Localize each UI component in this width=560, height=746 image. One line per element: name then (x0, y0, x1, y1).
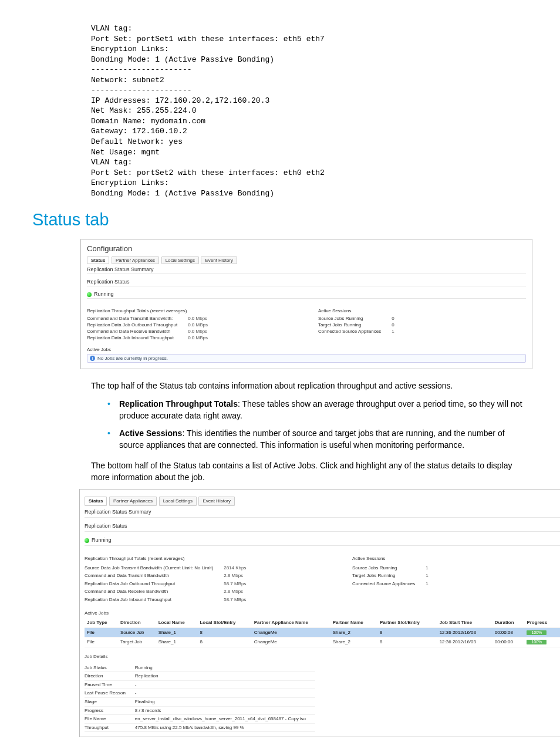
active-sessions-label: Active Sessions (318, 308, 526, 313)
tab-event-history[interactable]: Event History (201, 256, 237, 264)
active-jobs-label: Active Jobs (87, 347, 526, 352)
info-icon: i (90, 356, 95, 361)
heading-status-tab: Status tab (32, 210, 528, 229)
progress-bar: 100% (527, 630, 546, 635)
active-jobs-table: Job TypeDirection Local NameLocal Slot/E… (85, 618, 560, 647)
job-details-label: Job Details (85, 653, 560, 660)
running-icon-2 (85, 538, 89, 543)
tab-event-history-2[interactable]: Event History (198, 497, 235, 506)
tab-bar: Status Partner Appliances Local Settings… (87, 256, 526, 264)
active-jobs-label-2: Active Jobs (85, 610, 560, 617)
para-bottom-half: The bottom half of the Status tab contai… (91, 460, 528, 484)
replication-status-summary: Replication Status Summary (87, 265, 526, 274)
no-jobs-info: iNo Jobs are currently in progress. (87, 354, 526, 363)
code-block: VLAN tag: Port Set: portSet1 with these … (91, 23, 528, 198)
throughput-table-2: Source Data Job Transmit Bandwidth (Curr… (85, 564, 249, 604)
config-title: Configuration (87, 244, 526, 253)
screenshot-active-jobs: Status Partner Appliances Local Settings… (79, 489, 560, 737)
bullet-throughput: Replication Throughput Totals: These tab… (107, 398, 528, 422)
tab-bar-2: Status Partner Appliances Local Settings… (85, 497, 560, 506)
status-running: Running (87, 290, 526, 299)
bullet-active-sessions: Active Sessions: This identifies the num… (107, 427, 528, 451)
active-sessions-table: Source Jobs Running0 Target Jobs Running… (318, 315, 398, 335)
throughput-totals-label: Replication Throughput Totals (recent av… (87, 308, 295, 313)
running-icon (87, 292, 92, 297)
replication-status-label-2: Replication Status (85, 521, 560, 532)
replication-status-summary-2: Replication Status Summary (85, 507, 560, 518)
tab-local-settings-2[interactable]: Local Settings (159, 497, 197, 506)
status-running-2: Running (85, 535, 560, 546)
tab-status[interactable]: Status (87, 256, 109, 264)
active-sessions-label-2: Active Sessions (352, 555, 560, 562)
progress-bar: 100% (527, 640, 546, 644)
tab-partner-appliances-2[interactable]: Partner Appliances (109, 497, 157, 506)
table-row[interactable]: FileSource Job Share_18 ChangeMeShare_2 … (85, 627, 560, 637)
tab-partner-appliances[interactable]: Partner Appliances (112, 256, 159, 264)
throughput-table: Command and Data Transmit Bandwidth:0.0 … (87, 315, 211, 341)
para-top-half: The top half of the Status tab contains … (91, 380, 528, 391)
tab-status-2[interactable]: Status (85, 497, 107, 506)
active-sessions-table-2: Source Jobs Running1 Target Jobs Running… (352, 564, 432, 588)
screenshot-status-tab: Configuration Status Partner Appliances … (80, 239, 532, 369)
throughput-totals-label-2: Replication Throughput Totals (recent av… (85, 555, 329, 562)
job-details-table: Job StatusRunning DirectionReplication P… (85, 664, 315, 733)
tab-local-settings[interactable]: Local Settings (161, 256, 199, 264)
table-row[interactable]: FileTarget Job Share_18 ChangeMeShare_2 … (85, 637, 560, 647)
replication-status-label: Replication Status (87, 278, 526, 286)
